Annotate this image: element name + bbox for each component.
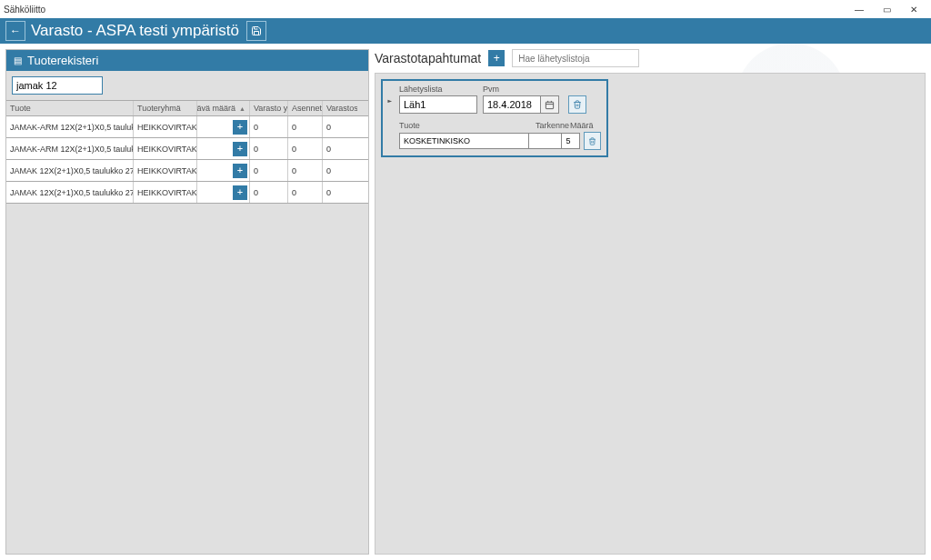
line-tarkenne[interactable] bbox=[529, 133, 563, 149]
calendar-icon bbox=[545, 100, 555, 110]
add-qty-button[interactable]: + bbox=[233, 185, 247, 200]
panel-title: Tuoterekisteri bbox=[27, 54, 98, 67]
column-varasto-yht[interactable]: Varasto yht bbox=[250, 101, 288, 115]
cell-lisa: + bbox=[197, 116, 250, 137]
table-row[interactable]: JAMAK-ARM 12X(2+1)X0,5 taulukko 2715.13 … bbox=[6, 116, 368, 138]
cell-yht: 0 bbox=[250, 182, 288, 203]
cell-asen: 0 bbox=[288, 116, 323, 137]
column-ryhma[interactable]: Tuoteryhmä bbox=[134, 101, 197, 115]
app-name: Sähköliitto bbox=[4, 5, 846, 15]
maximize-button[interactable]: ▭ bbox=[873, 0, 900, 18]
product-search-input[interactable] bbox=[12, 76, 103, 95]
lahetyslista-input[interactable] bbox=[399, 95, 477, 114]
cell-yht: 0 bbox=[250, 160, 288, 181]
lahetyslista-label: Lähetyslista bbox=[399, 85, 477, 94]
cell-tuote: JAMAK-ARM 12X(2+1)X0,5 taulukko 2715.13 bbox=[6, 116, 134, 137]
cell-lisa: + bbox=[197, 160, 250, 181]
cell-asen: 0 bbox=[288, 138, 323, 159]
stock-events-header: Varastotapahtumat + bbox=[375, 49, 926, 73]
table-row[interactable]: JAMAK 12X(2+1)X0,5 taulukko 2710.11 HEIK… bbox=[6, 182, 368, 204]
cell-tuote: JAMAK-ARM 12X(2+1)X0,5 taulukko 2710.13 bbox=[6, 138, 134, 159]
back-button[interactable]: ← bbox=[5, 21, 25, 41]
filter-input[interactable] bbox=[512, 49, 639, 67]
delete-line-button[interactable] bbox=[584, 132, 601, 150]
stock-events-title: Varastotapahtumat bbox=[375, 51, 481, 65]
delivery-card: ▼ Lähetyslista Pvm bbox=[381, 79, 608, 157]
product-register-panel: ▤ Tuoterekisteri Tuote Tuoteryhmä Lisätt… bbox=[5, 49, 369, 555]
window-controls: — ▭ ✕ bbox=[846, 0, 927, 18]
panel-header: ▤ Tuoterekisteri bbox=[6, 50, 368, 71]
subcol-maara: Määrä bbox=[570, 121, 588, 130]
content-area: ▤ Tuoterekisteri Tuote Tuoteryhmä Lisätt… bbox=[0, 44, 931, 560]
add-event-button[interactable]: + bbox=[488, 50, 505, 66]
add-qty-button[interactable]: + bbox=[233, 164, 247, 178]
cell-ryhma: HEIKKOVIRTAKAAPELI bbox=[134, 138, 197, 159]
line-tuote[interactable]: KOSKETINKISKO bbox=[399, 133, 529, 149]
date-input-group bbox=[483, 95, 559, 114]
subcol-tuote: Tuote bbox=[399, 121, 536, 130]
save-icon bbox=[251, 25, 262, 36]
stock-events-panel: Varastotapahtumat + ▼ Lähetyslista Pvm bbox=[375, 49, 926, 555]
delete-card-button[interactable] bbox=[568, 95, 586, 114]
window-titlebar: Sähköliitto — ▭ ✕ bbox=[0, 0, 931, 18]
cell-lisa: + bbox=[197, 182, 250, 203]
svg-rect-0 bbox=[546, 102, 553, 108]
grid-header: Tuote Tuoteryhmä Lisättävä määrä▲ Varast… bbox=[6, 100, 368, 116]
pvm-label: Pvm bbox=[483, 85, 559, 94]
cell-var: 0 bbox=[323, 160, 357, 181]
column-varastossa[interactable]: Varastossa bbox=[323, 101, 357, 115]
cell-ryhma: HEIKKOVIRTAKAAPELI bbox=[134, 116, 197, 137]
cell-lisa: + bbox=[197, 138, 250, 159]
table-row[interactable]: JAMAK 12X(2+1)X0,5 taulukko 2715.11 HEIK… bbox=[6, 160, 368, 182]
trash-icon bbox=[588, 137, 596, 145]
save-button[interactable] bbox=[246, 21, 266, 41]
lahetyslista-field: Lähetyslista bbox=[399, 85, 477, 114]
column-tuote[interactable]: Tuote bbox=[6, 101, 134, 115]
card-actions bbox=[565, 85, 586, 114]
cell-ryhma: HEIKKOVIRTAKAAPELI bbox=[134, 160, 197, 181]
cell-asen: 0 bbox=[288, 182, 323, 203]
cell-yht: 0 bbox=[250, 138, 288, 159]
add-qty-button[interactable]: + bbox=[233, 142, 247, 156]
calendar-button[interactable] bbox=[541, 95, 559, 114]
line-maara[interactable]: 5 bbox=[562, 133, 579, 149]
cell-tuote: JAMAK 12X(2+1)X0,5 taulukko 2710.11 bbox=[6, 182, 134, 203]
page-title: Varasto - ASPA testi ympäristö bbox=[31, 22, 239, 40]
table-row[interactable]: JAMAK-ARM 12X(2+1)X0,5 taulukko 2710.13 … bbox=[6, 138, 368, 160]
cell-tuote: JAMAK 12X(2+1)X0,5 taulukko 2715.11 bbox=[6, 160, 134, 181]
card-header-row: ▼ Lähetyslista Pvm bbox=[383, 81, 606, 119]
cell-asen: 0 bbox=[288, 160, 323, 181]
column-asennettu[interactable]: Asennettu bbox=[288, 101, 323, 115]
search-row bbox=[6, 71, 368, 100]
add-qty-button[interactable]: + bbox=[233, 120, 247, 135]
sort-up-icon: ▲ bbox=[239, 105, 245, 112]
trash-icon bbox=[573, 100, 582, 109]
cell-var: 0 bbox=[323, 138, 357, 159]
stock-events-body: ▼ Lähetyslista Pvm bbox=[375, 73, 926, 555]
list-icon: ▤ bbox=[14, 55, 22, 65]
collapse-icon[interactable]: ▼ bbox=[385, 99, 394, 105]
subcol-tarkenne: Tarkenne bbox=[536, 121, 570, 130]
close-button[interactable]: ✕ bbox=[900, 0, 927, 18]
cell-yht: 0 bbox=[250, 116, 288, 137]
pvm-field: Pvm bbox=[483, 85, 559, 114]
product-grid: Tuote Tuoteryhmä Lisättävä määrä▲ Varast… bbox=[6, 100, 368, 204]
minimize-button[interactable]: — bbox=[846, 0, 873, 18]
cell-var: 0 bbox=[323, 116, 357, 137]
pvm-input[interactable] bbox=[483, 95, 541, 114]
app-header: ← Varasto - ASPA testi ympäristö bbox=[0, 18, 931, 44]
cell-ryhma: HEIKKOVIRTAKAAPELI bbox=[134, 182, 197, 203]
card-lines-header: Tuote Tarkenne Määrä bbox=[399, 119, 601, 132]
card-line-row: KOSKETINKISKO 5 bbox=[399, 132, 601, 150]
column-lisattava[interactable]: Lisättävä määrä▲ bbox=[197, 101, 250, 115]
cell-var: 0 bbox=[323, 182, 357, 203]
grid-empty-area bbox=[6, 204, 368, 554]
card-lines: Tuote Tarkenne Määrä KOSKETINKISKO 5 bbox=[399, 119, 606, 155]
